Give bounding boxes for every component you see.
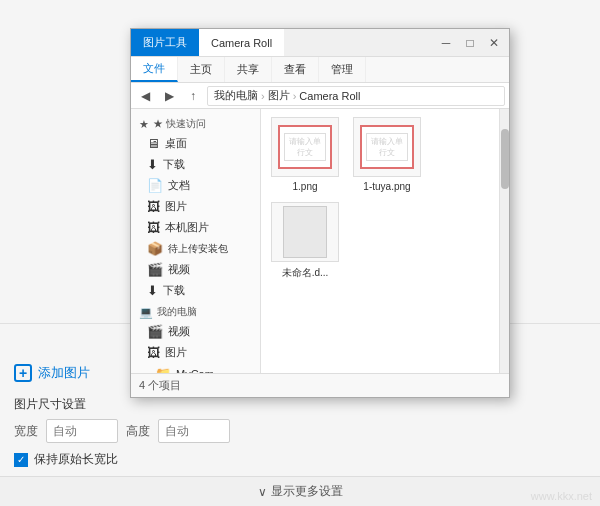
ribbon-tab-home[interactable]: 主页 [178, 57, 225, 82]
window-controls: ─ □ ✕ [435, 32, 509, 54]
file-content-area: 请输入单行文 1.png 请输入单行文 1-tuya.png [261, 109, 499, 373]
nav-back-button[interactable]: ◀ [135, 86, 155, 106]
computer-icon: 💻 [139, 306, 153, 319]
folder-mycam-icon: 📁 [155, 366, 171, 373]
nav-item-downloads2[interactable]: ⬇ 下载 [131, 280, 260, 301]
height-label: 高度 [126, 423, 150, 440]
address-bar: ◀ ▶ ↑ 我的电脑 › 图片 › Camera Roll [131, 83, 509, 109]
dialog-title-tabs: 图片工具 Camera Roll [131, 29, 284, 56]
tab-camera-roll[interactable]: Camera Roll [199, 29, 284, 56]
nav-tree: ★ ★ 快速访问 🖥 桌面 ⬇ 下载 📄 文档 🖼 图片 🖼 本机图片 [131, 109, 261, 373]
filename-unnamed: 未命名.d... [282, 266, 329, 280]
aspect-ratio-row: ✓ 保持原始长宽比 [14, 451, 586, 468]
ribbon-tab-file[interactable]: 文件 [131, 57, 178, 82]
nav-item-upload[interactable]: 📦 待上传安装包 [131, 238, 260, 259]
video2-icon: 🎬 [147, 324, 163, 339]
file-open-dialog: 图片工具 Camera Roll ─ □ ✕ 文件 主页 共享 查看 管理 ◀ … [130, 28, 510, 398]
plus-icon: + [14, 364, 32, 382]
file-item-unnamed[interactable]: 未命名.d... [269, 202, 341, 280]
nav-item-documents[interactable]: 📄 文档 [131, 175, 260, 196]
nav-item-downloads[interactable]: ⬇ 下载 [131, 154, 260, 175]
upload-icon: 📦 [147, 241, 163, 256]
file-thumb-unnamed [271, 202, 339, 262]
nav-item-pictures2[interactable]: 🖼 图片 [131, 342, 260, 363]
desktop-icon: 🖥 [147, 136, 160, 151]
ribbon-tabs: 文件 主页 共享 查看 管理 [131, 57, 509, 83]
generic-thumb-unnamed [283, 206, 327, 258]
ribbon-tab-share[interactable]: 共享 [225, 57, 272, 82]
tab-img-tools[interactable]: 图片工具 [131, 29, 199, 56]
path-pictures: 图片 [268, 88, 290, 103]
more-settings-toggle[interactable]: ∨ 显示更多设置 [0, 476, 600, 506]
nav-item-mycam[interactable]: 📁 MyCam [131, 363, 260, 373]
thumb-inner-tuya: 请输入单行文 [360, 125, 414, 169]
ribbon-tab-view[interactable]: 查看 [272, 57, 319, 82]
nav-item-desktop[interactable]: 🖥 桌面 [131, 133, 260, 154]
nav-item-videos[interactable]: 🎬 视频 [131, 259, 260, 280]
path-computer: 我的电脑 [214, 88, 258, 103]
file-thumb-1png: 请输入单行文 [271, 117, 339, 177]
file-item-tuya[interactable]: 请输入单行文 1-tuya.png [351, 117, 423, 192]
nav-item-pictures[interactable]: 🖼 图片 [131, 196, 260, 217]
size-settings-label: 图片尺寸设置 [14, 396, 586, 413]
filename-tuya: 1-tuya.png [363, 181, 410, 192]
height-input[interactable] [158, 419, 230, 443]
pictures2-icon: 🖼 [147, 345, 160, 360]
path-sep-2: › [293, 90, 297, 102]
more-settings-label: 显示更多设置 [271, 483, 343, 500]
thumb-text-tuya: 请输入单行文 [366, 133, 408, 161]
path-folder: Camera Roll [299, 90, 360, 102]
close-button[interactable]: ✕ [483, 32, 505, 54]
pictures-icon: 🖼 [147, 199, 160, 214]
add-button-label: 添加图片 [38, 364, 90, 382]
dialog-titlebar: 图片工具 Camera Roll ─ □ ✕ [131, 29, 509, 57]
watermark: www.kkx.net [531, 490, 592, 502]
minimize-button[interactable]: ─ [435, 32, 457, 54]
star-icon: ★ [139, 118, 149, 131]
download-icon: ⬇ [147, 157, 158, 172]
thumb-text-1png: 请输入单行文 [284, 133, 326, 161]
thumb-inner-1png: 请输入单行文 [278, 125, 332, 169]
local-pic-icon: 🖼 [147, 220, 160, 235]
document-icon: 📄 [147, 178, 163, 193]
item-count: 4 个项目 [139, 378, 181, 393]
nav-item-videos2[interactable]: 🎬 视频 [131, 321, 260, 342]
file-item-1png[interactable]: 请输入单行文 1.png [269, 117, 341, 192]
size-inputs: 宽度 高度 [14, 419, 586, 443]
nav-forward-button[interactable]: ▶ [159, 86, 179, 106]
size-settings: 图片尺寸设置 宽度 高度 ✓ 保持原始长宽比 [0, 392, 600, 476]
aspect-ratio-checkbox[interactable]: ✓ [14, 453, 28, 467]
dialog-scrollbar[interactable] [499, 109, 509, 373]
width-label: 宽度 [14, 423, 38, 440]
address-path[interactable]: 我的电脑 › 图片 › Camera Roll [207, 86, 505, 106]
video-icon: 🎬 [147, 262, 163, 277]
file-thumb-tuya: 请输入单行文 [353, 117, 421, 177]
my-computer-label: 💻 我的电脑 [131, 301, 260, 321]
file-grid: 请输入单行文 1.png 请输入单行文 1-tuya.png [261, 109, 499, 373]
aspect-ratio-label: 保持原始长宽比 [34, 451, 118, 468]
nav-up-button[interactable]: ↑ [183, 86, 203, 106]
download2-icon: ⬇ [147, 283, 158, 298]
path-sep-1: › [261, 90, 265, 102]
filename-1png: 1.png [292, 181, 317, 192]
scrollbar-thumb [501, 129, 509, 189]
ribbon-tab-manage[interactable]: 管理 [319, 57, 366, 82]
chevron-down-icon: ∨ [258, 485, 267, 499]
dialog-status-bar: 4 个项目 [131, 373, 509, 397]
nav-item-local-pictures[interactable]: 🖼 本机图片 [131, 217, 260, 238]
width-input[interactable] [46, 419, 118, 443]
maximize-button[interactable]: □ [459, 32, 481, 54]
quick-access-label: ★ ★ 快速访问 [131, 113, 260, 133]
dialog-body: ★ ★ 快速访问 🖥 桌面 ⬇ 下载 📄 文档 🖼 图片 🖼 本机图片 [131, 109, 509, 373]
